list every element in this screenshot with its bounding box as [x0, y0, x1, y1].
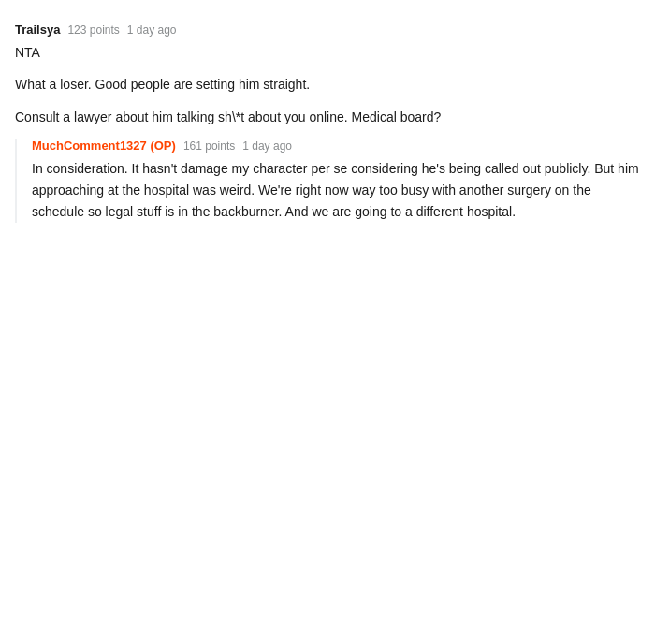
timestamp: 1 day ago — [127, 23, 177, 37]
comment-header: Trailsya 123 points 1 day ago — [15, 22, 640, 37]
reply-body: In consideration. It hasn't damage my ch… — [32, 158, 640, 223]
reply-points: 161 points — [183, 139, 235, 153]
verdict-text: NTA — [15, 42, 640, 63]
username[interactable]: Trailsya — [15, 22, 60, 37]
reply-container: MuchComment1327 (OP) 161 points 1 day ag… — [15, 139, 640, 223]
reply-username[interactable]: MuchComment1327 (OP) — [32, 139, 176, 153]
paragraph-2: Consult a lawyer about him talking sh\*t… — [15, 107, 640, 127]
reply-timestamp: 1 day ago — [242, 139, 292, 153]
comment-body: NTA What a loser. Good people are settin… — [15, 42, 640, 127]
points: 123 points — [67, 23, 119, 37]
paragraph-1: What a loser. Good people are setting hi… — [15, 74, 640, 95]
comment: Trailsya 123 points 1 day ago NTA What a… — [15, 15, 640, 230]
reply-header: MuchComment1327 (OP) 161 points 1 day ag… — [32, 139, 640, 153]
